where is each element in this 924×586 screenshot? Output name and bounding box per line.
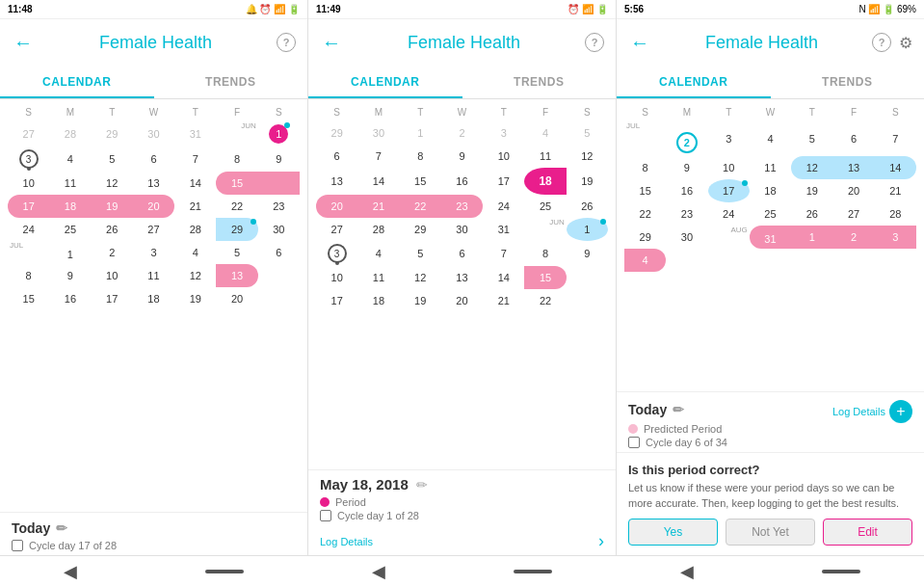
- p2-9b[interactable]: 9: [567, 241, 608, 266]
- cal-day-21[interactable]: 21: [174, 195, 216, 218]
- nav-home-3[interactable]: [822, 570, 860, 573]
- back-icon-1[interactable]: ←: [12, 32, 35, 54]
- cal-day-31[interactable]: 31: [174, 121, 216, 146]
- cal-day-8-jul[interactable]: 8: [8, 264, 49, 287]
- p2-4b[interactable]: 4: [357, 241, 399, 266]
- cal-day-30b[interactable]: 30: [258, 218, 300, 241]
- p2-6[interactable]: 6: [316, 145, 357, 168]
- p3-12-b[interactable]: 12: [791, 156, 832, 179]
- cal-day-12-jul[interactable]: 12: [174, 264, 216, 287]
- cal-day-29[interactable]: 29: [92, 121, 133, 146]
- cal-day-7[interactable]: 7: [174, 146, 216, 172]
- tab-calendar-3[interactable]: CALENDAR: [617, 66, 771, 98]
- cal-day-11[interactable]: 11: [49, 172, 91, 195]
- cal-day-28[interactable]: 28: [49, 121, 91, 146]
- p2-23-p[interactable]: 23: [441, 195, 483, 218]
- edit-button[interactable]: Edit: [823, 519, 912, 546]
- yes-button[interactable]: Yes: [628, 519, 718, 546]
- p2-11[interactable]: 11: [524, 145, 566, 168]
- cal-day-12[interactable]: 12: [92, 172, 133, 195]
- p2-28[interactable]: 28: [357, 218, 399, 241]
- p2-10[interactable]: 10: [483, 145, 524, 168]
- p3-9[interactable]: 9: [666, 156, 707, 179]
- edit-icon-1[interactable]: ✏: [56, 520, 67, 536]
- nav-back-2[interactable]: ◀: [372, 561, 385, 582]
- p3-16[interactable]: 16: [666, 179, 707, 202]
- tab-calendar-1[interactable]: CALENDAR: [0, 66, 154, 98]
- p2-26[interactable]: 26: [567, 195, 608, 218]
- p2-7b[interactable]: 7: [483, 241, 524, 266]
- p3-14-b[interactable]: 14: [875, 156, 916, 179]
- p2-16[interactable]: 16: [441, 168, 483, 195]
- cal-day-2-jul[interactable]: 2: [92, 241, 133, 264]
- not-yet-button[interactable]: Not Yet: [726, 519, 815, 546]
- cal-day-8[interactable]: 8: [216, 146, 257, 172]
- p2-18-selected[interactable]: 18: [524, 168, 566, 195]
- p2-6b[interactable]: 6: [441, 241, 483, 266]
- back-icon-3[interactable]: ←: [628, 32, 651, 54]
- p3-21[interactable]: 21: [875, 179, 916, 202]
- p3-26[interactable]: 26: [791, 202, 832, 226]
- cal-day-27[interactable]: 27: [8, 121, 49, 146]
- cal-day-9-jul[interactable]: 9: [49, 264, 91, 287]
- p2-31[interactable]: 31: [483, 218, 524, 241]
- p3-4[interactable]: 4: [750, 121, 791, 156]
- p3-10[interactable]: 10: [708, 156, 750, 179]
- p2-1m[interactable]: 1: [400, 121, 441, 145]
- p2-today-3[interactable]: 3: [316, 241, 357, 266]
- p2-18b[interactable]: 18: [357, 289, 399, 312]
- p2-22-p[interactable]: 22: [400, 195, 441, 218]
- p3-19[interactable]: 19: [791, 179, 832, 202]
- cal-day-6-jul[interactable]: 6: [258, 241, 300, 264]
- cal-day-25[interactable]: 25: [49, 218, 91, 241]
- tab-trends-2[interactable]: TRENDS: [462, 66, 617, 98]
- p2-8b[interactable]: 8: [524, 241, 566, 266]
- p3-22[interactable]: 22: [624, 202, 666, 226]
- cal-day-10-jul[interactable]: 10: [92, 264, 133, 287]
- p2-12[interactable]: 12: [567, 145, 608, 168]
- p2-5b[interactable]: 5: [400, 241, 441, 266]
- p2-22b[interactable]: 22: [524, 289, 566, 312]
- p3-11[interactable]: 11: [750, 156, 791, 179]
- p2-jun1-b[interactable]: 1: [567, 218, 608, 241]
- nav-back-1[interactable]: ◀: [64, 561, 77, 582]
- cal-day-20-jul[interactable]: 20: [216, 287, 257, 310]
- p2-27[interactable]: 27: [316, 218, 357, 241]
- p2-19b[interactable]: 19: [400, 289, 441, 312]
- p2-10b[interactable]: 10: [316, 266, 357, 289]
- p2-3m[interactable]: 3: [483, 121, 524, 145]
- cal-day-18-jul[interactable]: 18: [133, 287, 174, 310]
- p3-3[interactable]: 3: [708, 121, 750, 156]
- p2-20b[interactable]: 20: [441, 289, 483, 312]
- cal-day-4[interactable]: 4: [49, 146, 91, 172]
- p2-9[interactable]: 9: [441, 145, 483, 168]
- cal-day-17-p[interactable]: 17: [8, 195, 49, 218]
- help-icon-2[interactable]: ?: [585, 33, 604, 52]
- cal-day-1-jun[interactable]: 1: [258, 121, 300, 146]
- cal-day-11-jul[interactable]: 11: [133, 264, 174, 287]
- cal-day-18-p[interactable]: 18: [49, 195, 91, 218]
- p3-7[interactable]: 7: [875, 121, 916, 156]
- nav-home-2[interactable]: [514, 570, 552, 573]
- p3-20[interactable]: 20: [832, 179, 874, 202]
- p2-13b[interactable]: 13: [441, 266, 483, 289]
- cal-day-22[interactable]: 22: [216, 195, 257, 218]
- chevron-right-2[interactable]: ›: [598, 531, 604, 551]
- cal-day-3-jul[interactable]: 3: [133, 241, 174, 264]
- p3-30[interactable]: 30: [666, 226, 707, 249]
- cal-day-15-p[interactable]: 15: [216, 172, 257, 195]
- p2-30[interactable]: 30: [357, 121, 399, 145]
- p2-13[interactable]: 13: [316, 168, 357, 195]
- p2-15-p2[interactable]: 15: [524, 266, 566, 289]
- cal-day-13[interactable]: 13: [133, 172, 174, 195]
- tab-trends-3[interactable]: TRENDS: [771, 66, 925, 98]
- p3-5[interactable]: 5: [791, 121, 832, 156]
- add-log-button-3[interactable]: +: [889, 400, 912, 423]
- cal-day-today-3[interactable]: 3: [8, 146, 49, 172]
- p3-25[interactable]: 25: [750, 202, 791, 226]
- back-icon-2[interactable]: ←: [320, 32, 343, 54]
- help-icon-3[interactable]: ?: [872, 33, 891, 52]
- help-icon-1[interactable]: ?: [277, 33, 296, 52]
- cal-day-4-jul[interactable]: 4: [174, 241, 216, 264]
- p3-aug1-p[interactable]: 1: [791, 226, 832, 249]
